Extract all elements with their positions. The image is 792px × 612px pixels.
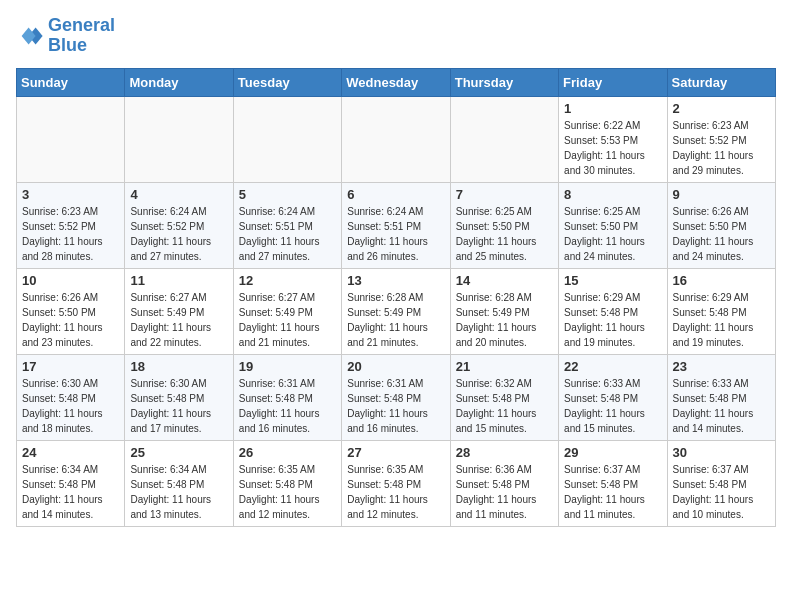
sun-info: Sunrise: 6:33 AM Sunset: 5:48 PM Dayligh…	[564, 376, 661, 436]
calendar-cell: 3Sunrise: 6:23 AM Sunset: 5:52 PM Daylig…	[17, 182, 125, 268]
calendar-cell: 21Sunrise: 6:32 AM Sunset: 5:48 PM Dayli…	[450, 354, 558, 440]
sun-info: Sunrise: 6:26 AM Sunset: 5:50 PM Dayligh…	[22, 290, 119, 350]
day-number: 11	[130, 273, 227, 288]
sun-info: Sunrise: 6:30 AM Sunset: 5:48 PM Dayligh…	[22, 376, 119, 436]
calendar-cell: 30Sunrise: 6:37 AM Sunset: 5:48 PM Dayli…	[667, 440, 775, 526]
day-number: 12	[239, 273, 336, 288]
sun-info: Sunrise: 6:28 AM Sunset: 5:49 PM Dayligh…	[347, 290, 444, 350]
calendar-week-row: 10Sunrise: 6:26 AM Sunset: 5:50 PM Dayli…	[17, 268, 776, 354]
calendar-cell: 7Sunrise: 6:25 AM Sunset: 5:50 PM Daylig…	[450, 182, 558, 268]
sun-info: Sunrise: 6:34 AM Sunset: 5:48 PM Dayligh…	[22, 462, 119, 522]
calendar-cell: 28Sunrise: 6:36 AM Sunset: 5:48 PM Dayli…	[450, 440, 558, 526]
sun-info: Sunrise: 6:23 AM Sunset: 5:52 PM Dayligh…	[22, 204, 119, 264]
calendar-cell	[125, 96, 233, 182]
sun-info: Sunrise: 6:31 AM Sunset: 5:48 PM Dayligh…	[239, 376, 336, 436]
calendar-cell: 4Sunrise: 6:24 AM Sunset: 5:52 PM Daylig…	[125, 182, 233, 268]
calendar-cell: 11Sunrise: 6:27 AM Sunset: 5:49 PM Dayli…	[125, 268, 233, 354]
sun-info: Sunrise: 6:25 AM Sunset: 5:50 PM Dayligh…	[456, 204, 553, 264]
calendar-cell	[17, 96, 125, 182]
sun-info: Sunrise: 6:34 AM Sunset: 5:48 PM Dayligh…	[130, 462, 227, 522]
day-number: 22	[564, 359, 661, 374]
day-number: 21	[456, 359, 553, 374]
sun-info: Sunrise: 6:27 AM Sunset: 5:49 PM Dayligh…	[130, 290, 227, 350]
calendar-cell: 9Sunrise: 6:26 AM Sunset: 5:50 PM Daylig…	[667, 182, 775, 268]
day-number: 20	[347, 359, 444, 374]
calendar-cell: 27Sunrise: 6:35 AM Sunset: 5:48 PM Dayli…	[342, 440, 450, 526]
weekday-header: Thursday	[450, 68, 558, 96]
sun-info: Sunrise: 6:28 AM Sunset: 5:49 PM Dayligh…	[456, 290, 553, 350]
day-number: 4	[130, 187, 227, 202]
day-number: 19	[239, 359, 336, 374]
calendar-cell: 26Sunrise: 6:35 AM Sunset: 5:48 PM Dayli…	[233, 440, 341, 526]
day-number: 6	[347, 187, 444, 202]
sun-info: Sunrise: 6:31 AM Sunset: 5:48 PM Dayligh…	[347, 376, 444, 436]
page-header: General Blue	[16, 16, 776, 56]
weekday-header: Sunday	[17, 68, 125, 96]
calendar-cell: 24Sunrise: 6:34 AM Sunset: 5:48 PM Dayli…	[17, 440, 125, 526]
sun-info: Sunrise: 6:32 AM Sunset: 5:48 PM Dayligh…	[456, 376, 553, 436]
calendar-cell: 13Sunrise: 6:28 AM Sunset: 5:49 PM Dayli…	[342, 268, 450, 354]
day-number: 5	[239, 187, 336, 202]
calendar-cell	[342, 96, 450, 182]
calendar-week-row: 3Sunrise: 6:23 AM Sunset: 5:52 PM Daylig…	[17, 182, 776, 268]
calendar-cell: 20Sunrise: 6:31 AM Sunset: 5:48 PM Dayli…	[342, 354, 450, 440]
calendar-cell: 19Sunrise: 6:31 AM Sunset: 5:48 PM Dayli…	[233, 354, 341, 440]
calendar-cell: 17Sunrise: 6:30 AM Sunset: 5:48 PM Dayli…	[17, 354, 125, 440]
day-number: 7	[456, 187, 553, 202]
logo-icon	[16, 22, 44, 50]
day-number: 26	[239, 445, 336, 460]
day-number: 3	[22, 187, 119, 202]
sun-info: Sunrise: 6:24 AM Sunset: 5:51 PM Dayligh…	[239, 204, 336, 264]
sun-info: Sunrise: 6:30 AM Sunset: 5:48 PM Dayligh…	[130, 376, 227, 436]
calendar-cell: 6Sunrise: 6:24 AM Sunset: 5:51 PM Daylig…	[342, 182, 450, 268]
calendar-cell: 25Sunrise: 6:34 AM Sunset: 5:48 PM Dayli…	[125, 440, 233, 526]
calendar-cell	[233, 96, 341, 182]
sun-info: Sunrise: 6:23 AM Sunset: 5:52 PM Dayligh…	[673, 118, 770, 178]
day-number: 24	[22, 445, 119, 460]
day-number: 30	[673, 445, 770, 460]
sun-info: Sunrise: 6:24 AM Sunset: 5:52 PM Dayligh…	[130, 204, 227, 264]
day-number: 27	[347, 445, 444, 460]
weekday-header: Wednesday	[342, 68, 450, 96]
calendar-cell: 29Sunrise: 6:37 AM Sunset: 5:48 PM Dayli…	[559, 440, 667, 526]
day-number: 25	[130, 445, 227, 460]
calendar-cell: 8Sunrise: 6:25 AM Sunset: 5:50 PM Daylig…	[559, 182, 667, 268]
sun-info: Sunrise: 6:35 AM Sunset: 5:48 PM Dayligh…	[347, 462, 444, 522]
calendar-cell: 22Sunrise: 6:33 AM Sunset: 5:48 PM Dayli…	[559, 354, 667, 440]
day-number: 16	[673, 273, 770, 288]
weekday-header: Tuesday	[233, 68, 341, 96]
calendar-cell: 14Sunrise: 6:28 AM Sunset: 5:49 PM Dayli…	[450, 268, 558, 354]
day-number: 13	[347, 273, 444, 288]
sun-info: Sunrise: 6:35 AM Sunset: 5:48 PM Dayligh…	[239, 462, 336, 522]
day-number: 14	[456, 273, 553, 288]
day-number: 8	[564, 187, 661, 202]
day-number: 29	[564, 445, 661, 460]
day-number: 9	[673, 187, 770, 202]
sun-info: Sunrise: 6:29 AM Sunset: 5:48 PM Dayligh…	[564, 290, 661, 350]
sun-info: Sunrise: 6:25 AM Sunset: 5:50 PM Dayligh…	[564, 204, 661, 264]
sun-info: Sunrise: 6:27 AM Sunset: 5:49 PM Dayligh…	[239, 290, 336, 350]
calendar-cell: 5Sunrise: 6:24 AM Sunset: 5:51 PM Daylig…	[233, 182, 341, 268]
sun-info: Sunrise: 6:26 AM Sunset: 5:50 PM Dayligh…	[673, 204, 770, 264]
weekday-header: Friday	[559, 68, 667, 96]
calendar-cell: 23Sunrise: 6:33 AM Sunset: 5:48 PM Dayli…	[667, 354, 775, 440]
logo: General Blue	[16, 16, 115, 56]
day-number: 23	[673, 359, 770, 374]
weekday-header: Monday	[125, 68, 233, 96]
day-number: 18	[130, 359, 227, 374]
weekday-header-row: SundayMondayTuesdayWednesdayThursdayFrid…	[17, 68, 776, 96]
calendar-week-row: 1Sunrise: 6:22 AM Sunset: 5:53 PM Daylig…	[17, 96, 776, 182]
calendar-table: SundayMondayTuesdayWednesdayThursdayFrid…	[16, 68, 776, 527]
sun-info: Sunrise: 6:37 AM Sunset: 5:48 PM Dayligh…	[564, 462, 661, 522]
weekday-header: Saturday	[667, 68, 775, 96]
day-number: 1	[564, 101, 661, 116]
calendar-week-row: 24Sunrise: 6:34 AM Sunset: 5:48 PM Dayli…	[17, 440, 776, 526]
day-number: 2	[673, 101, 770, 116]
calendar-cell: 10Sunrise: 6:26 AM Sunset: 5:50 PM Dayli…	[17, 268, 125, 354]
sun-info: Sunrise: 6:24 AM Sunset: 5:51 PM Dayligh…	[347, 204, 444, 264]
calendar-cell: 16Sunrise: 6:29 AM Sunset: 5:48 PM Dayli…	[667, 268, 775, 354]
day-number: 17	[22, 359, 119, 374]
sun-info: Sunrise: 6:22 AM Sunset: 5:53 PM Dayligh…	[564, 118, 661, 178]
calendar-cell: 18Sunrise: 6:30 AM Sunset: 5:48 PM Dayli…	[125, 354, 233, 440]
calendar-cell: 12Sunrise: 6:27 AM Sunset: 5:49 PM Dayli…	[233, 268, 341, 354]
